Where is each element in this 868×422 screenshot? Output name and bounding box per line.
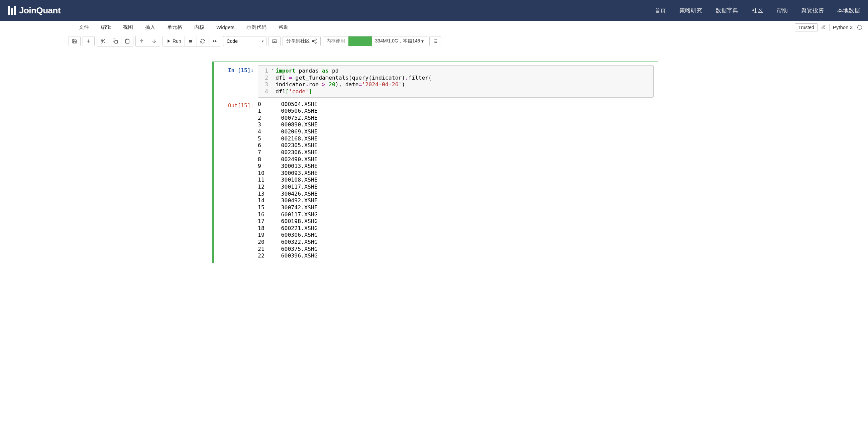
- menu-help[interactable]: 帮助: [273, 24, 294, 30]
- toolbar: Run Code 分享到社区 内存使用 334M/1.0G，本篇146▾: [0, 34, 868, 48]
- chevron-down-icon: ▾: [421, 38, 424, 44]
- memory-text: 334M/1.0G，本篇146▾: [372, 38, 427, 44]
- svg-rect-4: [189, 40, 192, 42]
- save-button[interactable]: [68, 36, 81, 46]
- trusted-badge[interactable]: Trusted: [795, 23, 818, 31]
- edit-icon[interactable]: [821, 24, 826, 30]
- run-label: Run: [173, 38, 181, 44]
- move-down-button[interactable]: [148, 36, 160, 46]
- celltype-select[interactable]: Code: [223, 36, 267, 46]
- restart-button[interactable]: [196, 36, 209, 46]
- nav-datadict[interactable]: 数据字典: [716, 7, 738, 14]
- stop-button[interactable]: [185, 36, 196, 46]
- memory-indicator[interactable]: 内存使用 334M/1.0G，本篇146▾: [323, 36, 428, 46]
- logo-bars-icon: [8, 6, 16, 15]
- run-button[interactable]: Run: [162, 36, 185, 46]
- svg-point-7: [312, 40, 314, 42]
- kernel-name[interactable]: Python 3: [833, 24, 854, 30]
- svg-rect-2: [115, 40, 118, 43]
- share-button[interactable]: 分享到社区: [282, 36, 321, 46]
- menu-examples[interactable]: 示例代码: [240, 24, 273, 30]
- top-nav: JoinQuant 首页 策略研究 数据字典 社区 帮助 聚宽投资 本地数据: [0, 0, 868, 21]
- fastforward-button[interactable]: [209, 36, 221, 46]
- share-icon: [312, 38, 317, 44]
- nav-invest[interactable]: 聚宽投资: [801, 7, 824, 14]
- nav-help[interactable]: 帮助: [776, 7, 788, 14]
- nav-community[interactable]: 社区: [752, 7, 763, 14]
- menu-file[interactable]: 文件: [73, 24, 95, 30]
- menubar: 文件 编辑 视图 插入 单元格 内核 Widgets 示例代码 帮助 Trust…: [0, 21, 868, 34]
- paste-button[interactable]: [121, 36, 133, 46]
- keyboard-button[interactable]: [269, 36, 281, 46]
- menu-cell[interactable]: 单元格: [161, 24, 188, 30]
- menu-insert[interactable]: 插入: [139, 24, 161, 30]
- move-group: [135, 36, 160, 47]
- share-label: 分享到社区: [286, 38, 310, 44]
- kernel-status-icon: [857, 25, 862, 30]
- svg-point-1: [101, 42, 102, 43]
- nav-home[interactable]: 首页: [655, 7, 666, 14]
- divider: [829, 24, 830, 31]
- nav-localdata[interactable]: 本地数据: [837, 7, 860, 14]
- svg-point-0: [101, 39, 102, 40]
- brand-logo[interactable]: JoinQuant: [8, 5, 61, 16]
- list-button[interactable]: [429, 36, 441, 46]
- nav-research[interactable]: 策略研究: [679, 7, 702, 14]
- menu-widgets[interactable]: Widgets: [210, 24, 240, 30]
- menu-edit[interactable]: 编辑: [95, 24, 117, 30]
- memory-label: 内存使用: [323, 38, 348, 44]
- menu-kernel[interactable]: 内核: [188, 24, 210, 30]
- cut-button[interactable]: [97, 36, 109, 46]
- clipboard-group: [97, 36, 133, 47]
- celltype-select-wrap: Code: [223, 36, 267, 46]
- nav-links: 首页 策略研究 数据字典 社区 帮助 聚宽投资 本地数据: [655, 7, 860, 14]
- svg-point-8: [315, 42, 316, 43]
- svg-point-6: [315, 39, 316, 40]
- move-up-button[interactable]: [136, 36, 148, 46]
- memory-bar: [348, 36, 372, 46]
- brand-name: JoinQuant: [19, 5, 61, 16]
- copy-button[interactable]: [109, 36, 121, 46]
- run-group: Run: [162, 36, 221, 47]
- svg-rect-5: [272, 40, 277, 42]
- menu-view[interactable]: 视图: [117, 24, 139, 30]
- add-cell-button[interactable]: [83, 36, 95, 46]
- svg-rect-3: [126, 39, 128, 40]
